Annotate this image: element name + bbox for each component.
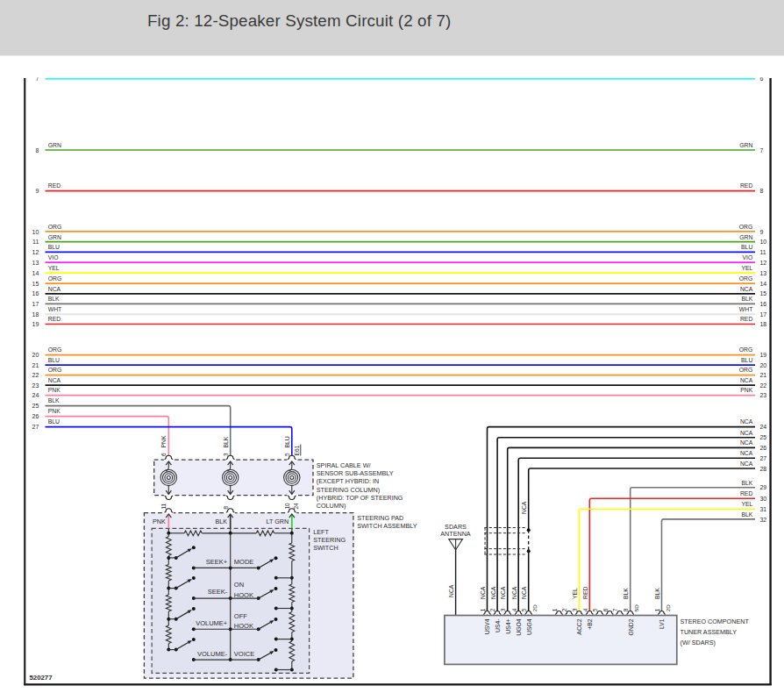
svg-text:UGO4: UGO4: [516, 618, 522, 635]
svg-text:11: 11: [32, 239, 39, 245]
svg-text:RED: RED: [48, 316, 61, 322]
svg-text:19: 19: [759, 352, 766, 358]
svg-text:2: 2: [561, 608, 567, 611]
svg-text:WHT: WHT: [48, 306, 61, 312]
svg-text:9: 9: [35, 188, 39, 194]
svg-text:NCA: NCA: [480, 586, 486, 599]
svg-text:ORG: ORG: [48, 367, 61, 373]
svg-text:(HYBRID: TOP OF STEERING: (HYBRID: TOP OF STEERING: [317, 494, 403, 502]
svg-text:SPIRAL CABLE W/: SPIRAL CABLE W/: [317, 461, 371, 469]
svg-text:ORG: ORG: [739, 275, 752, 282]
svg-text:YEL: YEL: [48, 265, 60, 271]
svg-text:5D: 5D: [633, 604, 639, 611]
svg-text:26: 26: [32, 413, 39, 419]
svg-text:6: 6: [160, 453, 167, 456]
svg-text:(W/ SDARS): (W/ SDARS): [681, 639, 716, 646]
svg-text:17: 17: [759, 311, 766, 318]
svg-text:STEERING: STEERING: [313, 536, 346, 544]
svg-text:BLU: BLU: [741, 244, 752, 250]
svg-text:15: 15: [759, 290, 766, 296]
svg-text:25: 25: [759, 434, 766, 440]
svg-text:TUNER ASSEMBLY: TUNER ASSEMBLY: [681, 628, 738, 636]
svg-text:LV1: LV1: [659, 618, 665, 629]
svg-text:18: 18: [759, 321, 766, 327]
svg-text:NCA: NCA: [511, 586, 517, 599]
svg-text:VIO: VIO: [48, 254, 59, 261]
svg-text:28: 28: [759, 466, 766, 472]
svg-text:PNK: PNK: [48, 408, 61, 414]
svg-text:2: 2: [490, 608, 496, 611]
svg-text:BLK: BLK: [741, 511, 752, 518]
svg-text:22: 22: [759, 382, 766, 389]
svg-text:SENSOR SUB-ASSEMBLY: SENSOR SUB-ASSEMBLY: [317, 469, 394, 477]
svg-text:NCA: NCA: [740, 450, 753, 456]
svg-text:7: 7: [759, 147, 763, 154]
svg-text:NCA: NCA: [500, 586, 506, 599]
svg-text:1: 1: [552, 608, 558, 611]
svg-text:ON: ON: [234, 581, 244, 589]
svg-text:19: 19: [32, 321, 39, 327]
svg-text:SEEK+: SEEK+: [206, 558, 228, 566]
svg-text:32: 32: [759, 517, 766, 523]
svg-text:3: 3: [572, 608, 578, 611]
svg-text:ORG: ORG: [739, 346, 752, 353]
svg-text:YEL: YEL: [572, 588, 578, 599]
svg-text:BLU: BLU: [48, 418, 60, 425]
svg-text:1: 1: [480, 608, 486, 611]
svg-text:VIO: VIO: [743, 254, 753, 261]
svg-text:ORG: ORG: [48, 275, 61, 282]
svg-text:PNK: PNK: [740, 387, 752, 393]
svg-text:ORG: ORG: [739, 224, 752, 230]
svg-text:USV4: USV4: [484, 618, 490, 634]
svg-text:10: 10: [32, 229, 39, 235]
svg-text:23: 23: [32, 382, 39, 389]
svg-text:VOLUME+: VOLUME+: [196, 619, 228, 627]
svg-text:7: 7: [612, 608, 618, 611]
svg-text:GRN: GRN: [739, 142, 752, 148]
svg-text:ANTENNA: ANTENNA: [440, 530, 471, 538]
svg-text:NCA: NCA: [490, 586, 496, 599]
svg-text:WHT: WHT: [739, 306, 752, 312]
svg-text:14: 14: [32, 270, 39, 276]
svg-text:VOLUME-: VOLUME-: [197, 650, 228, 658]
svg-text:OFF: OFF: [234, 612, 247, 620]
svg-text:(EXCEPT HYBRID: IN: (EXCEPT HYBRID: IN: [317, 477, 379, 485]
svg-text:+B2: +B2: [587, 618, 593, 630]
svg-text:COLUMN): COLUMN): [317, 502, 346, 510]
svg-text:2D: 2D: [665, 604, 671, 611]
svg-text:BLK: BLK: [741, 480, 752, 486]
svg-text:520277: 520277: [30, 674, 53, 682]
svg-text:HOOK: HOOK: [234, 622, 253, 630]
svg-text:14: 14: [759, 281, 766, 287]
svg-text:USG4: USG4: [526, 618, 532, 635]
svg-text:MODE: MODE: [234, 558, 254, 566]
svg-text:BLU: BLU: [48, 357, 60, 363]
svg-text:8: 8: [35, 147, 39, 154]
svg-text:STEREO COMPONENT: STEREO COMPONENT: [681, 618, 750, 625]
svg-text:29: 29: [759, 484, 766, 490]
svg-text:NCA: NCA: [448, 584, 454, 597]
svg-text:GND2: GND2: [628, 618, 634, 635]
svg-text:27: 27: [32, 424, 39, 430]
svg-text:8: 8: [759, 188, 763, 194]
svg-text:NCA: NCA: [48, 286, 61, 292]
svg-text:8: 8: [623, 608, 629, 611]
svg-text:SWITCH: SWITCH: [313, 544, 338, 552]
svg-text:1: 1: [654, 608, 660, 611]
svg-text:GRN: GRN: [48, 142, 61, 148]
svg-text:BLK: BLK: [216, 518, 228, 525]
svg-text:PNK: PNK: [153, 518, 166, 525]
svg-text:24: 24: [759, 424, 766, 430]
svg-text:21: 21: [32, 362, 39, 368]
svg-text:YEL: YEL: [741, 265, 752, 271]
svg-text:SWITCH ASSEMBLY: SWITCH ASSEMBLY: [357, 522, 417, 530]
svg-text:NCA: NCA: [48, 377, 61, 383]
svg-text:21: 21: [759, 372, 766, 378]
svg-text:13: 13: [759, 270, 766, 276]
svg-text:Fig 2: 12-Speaker System Circu: Fig 2: 12-Speaker System Circuit (2 of 7…: [147, 11, 451, 30]
svg-text:6: 6: [602, 608, 609, 611]
svg-text:12: 12: [32, 249, 39, 255]
svg-text:NCA: NCA: [740, 418, 753, 425]
svg-text:RED: RED: [740, 182, 752, 189]
svg-text:US4+: US4+: [505, 618, 511, 633]
